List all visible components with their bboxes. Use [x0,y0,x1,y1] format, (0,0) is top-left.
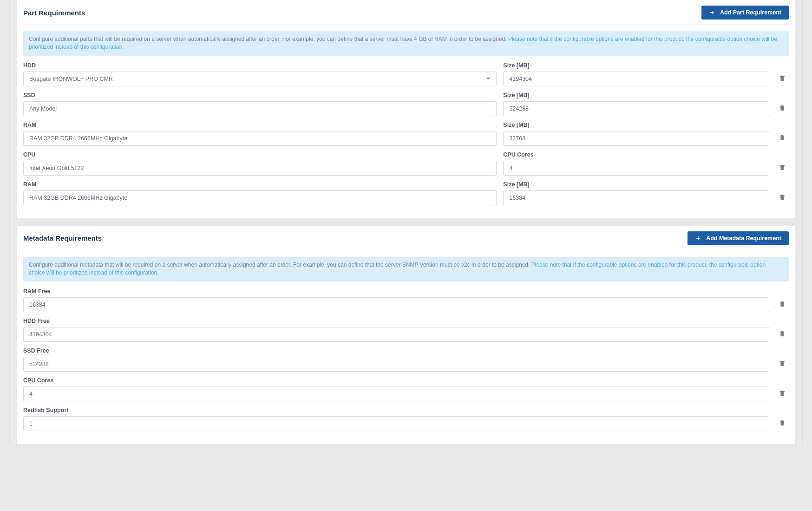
trash-icon [779,419,786,426]
field-label: Size [MB] [503,92,769,98]
part-size-input[interactable] [503,72,769,86]
panel-title: Metadata Requirements [23,234,102,242]
svg-rect-18 [781,362,782,365]
field-label: SSD [23,92,497,98]
metadata-requirement-row: CPU Cores [23,377,789,401]
plus-icon [695,235,701,242]
svg-rect-22 [781,422,782,424]
panel-title: Part Requirements [23,9,85,17]
field-label: HDD Free [23,318,769,324]
metadata-value-input[interactable] [23,357,769,372]
field-label: RAM [23,181,497,188]
metadata-requirement-row: SSD Free [23,347,789,372]
svg-rect-6 [781,137,782,139]
trash-icon [779,330,786,337]
field-label: RAM Free [23,288,769,295]
metadata-requirement-row: Redfish Support [23,407,789,431]
add-part-requirement-label: Add Part Requirement [720,9,781,16]
field-label: CPU [23,151,497,158]
delete-row-button[interactable] [777,72,788,84]
trash-icon [779,360,786,367]
part-size-input[interactable] [503,101,769,116]
field-label: Size [MB] [503,122,769,128]
svg-rect-5 [783,107,783,109]
field-label: Size [MB] [503,62,769,69]
trash-icon [779,193,786,201]
field-label: CPU Cores [503,151,769,158]
part-size-input[interactable] [503,131,769,146]
part-requirement-row: CPUCPU Cores [23,151,789,176]
svg-rect-23 [783,422,783,424]
delete-row-button[interactable] [777,358,788,369]
delete-row-button[interactable] [777,328,788,339]
delete-row-button[interactable] [777,132,788,143]
add-metadata-requirement-label: Add Metadata Requirement [706,235,781,242]
trash-icon [779,134,786,141]
metadata-requirements-info-banner: Configure additional metadata that will … [23,257,789,282]
svg-rect-4 [781,107,782,109]
svg-rect-20 [781,392,782,394]
trash-icon [779,104,786,111]
svg-rect-7 [783,137,783,139]
svg-rect-10 [781,196,782,198]
plus-icon [709,9,715,16]
trash-icon [779,300,786,308]
svg-rect-3 [783,77,783,79]
part-requirements-info-banner: Configure additional parts that will be … [23,31,789,56]
field-label: HDD [23,62,497,69]
delete-row-button[interactable] [777,387,788,399]
metadata-value-input[interactable] [23,416,769,431]
panel-header: Part Requirements Add Part Requirement [23,0,789,25]
svg-rect-15 [783,303,783,305]
part-model-select[interactable] [23,72,497,86]
delete-row-button[interactable] [777,298,788,309]
field-label: Size [MB] [503,181,769,188]
part-size-input[interactable] [503,161,769,176]
delete-row-button[interactable] [777,102,788,113]
field-label: SSD Free [23,347,769,354]
part-requirement-row: RAMSize [MB] [23,181,789,205]
svg-rect-11 [783,196,783,198]
svg-rect-19 [783,362,783,365]
svg-rect-16 [781,333,782,335]
trash-icon [779,389,786,397]
delete-row-button[interactable] [777,162,788,173]
metadata-value-input[interactable] [23,327,769,342]
part-model-input[interactable] [23,131,497,146]
part-model-input[interactable] [23,101,497,116]
svg-rect-8 [781,166,782,169]
part-model-input[interactable] [23,161,497,176]
trash-icon [779,164,786,171]
part-requirement-row: RAMSize [MB] [23,122,789,146]
metadata-requirement-row: HDD Free [23,318,789,342]
trash-icon [779,74,786,82]
svg-rect-17 [783,333,783,335]
add-part-requirement-button[interactable]: Add Part Requirement [701,6,789,20]
panel-header: Metadata Requirements Add Metadata Requi… [23,226,789,250]
metadata-requirement-row: RAM Free [23,288,789,312]
add-metadata-requirement-button[interactable]: Add Metadata Requirement [688,231,789,245]
part-requirement-row: HDDSize [MB] [23,62,789,86]
svg-rect-21 [783,392,783,394]
metadata-value-input[interactable] [23,297,769,312]
field-label: Redfish Support [23,407,769,413]
delete-row-button[interactable] [777,417,788,428]
svg-rect-2 [781,77,782,79]
part-size-input[interactable] [503,190,769,205]
part-requirement-row: SSDSize [MB] [23,92,789,116]
field-label: CPU Cores [23,377,769,384]
svg-rect-9 [783,166,783,169]
svg-rect-14 [781,303,782,305]
metadata-value-input[interactable] [23,387,769,401]
info-banner-text: Configure additional metadata that will … [29,262,531,268]
part-model-input[interactable] [23,190,497,205]
part-requirements-panel: Part Requirements Add Part Requirement C… [17,0,795,218]
delete-row-button[interactable] [777,191,788,203]
field-label: RAM [23,122,497,128]
info-banner-text: Configure additional parts that will be … [29,36,508,42]
metadata-requirements-panel: Metadata Requirements Add Metadata Requi… [17,226,795,444]
